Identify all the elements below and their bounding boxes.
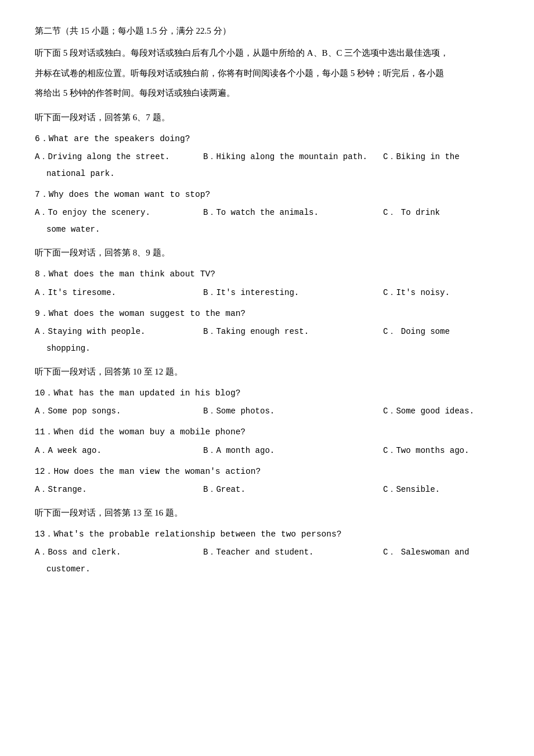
q13-option-c: C． Saleswoman and xyxy=(383,545,499,560)
q9-continuation: shopping. xyxy=(35,341,499,356)
subsection3: 听下面一段对话，回答第 10 至 12 题。 10．What has the m… xyxy=(35,364,499,497)
q13-option-b: B．Teacher and student. xyxy=(203,545,383,560)
question-9: 9．What does the woman suggest to the man… xyxy=(35,306,499,321)
q6-continuation: national park. xyxy=(35,167,499,181)
question-12: 12．How does the man view the woman's act… xyxy=(35,464,499,479)
question-6-options: A．Driving along the street. B．Hiking alo… xyxy=(35,150,499,164)
subsection3-header: 听下面一段对话，回答第 10 至 12 题。 xyxy=(35,364,499,380)
question-11-options: A．A week ago. B．A month ago. C．Two month… xyxy=(35,444,499,458)
q11-option-a: A．A week ago. xyxy=(35,444,203,458)
subsection4: 听下面一段对话，回答第 13 至 16 题。 13．What's the pro… xyxy=(35,505,499,577)
question-7: 7．Why does the woman want to stop? xyxy=(35,187,499,202)
question-8: 8．What does the man think about TV? xyxy=(35,267,499,282)
subsection2: 听下面一段对话，回答第 8、9 题。 8．What does the man t… xyxy=(35,245,499,356)
q7-option-b: B．To watch the animals. xyxy=(203,206,383,220)
q12-option-b: B．Great. xyxy=(203,483,383,497)
q11-option-c: C．Two months ago. xyxy=(383,444,499,458)
question-10: 10．What has the man updated in his blog? xyxy=(35,386,499,401)
q9-option-c: C． Doing some xyxy=(383,325,499,339)
q11-option-b: B．A month ago. xyxy=(203,444,383,458)
q12-option-c: C．Sensible. xyxy=(383,483,499,497)
section-header: 第二节（共 15 小题；每小题 1.5 分，满分 22.5 分） xyxy=(35,23,499,39)
q7-option-c: C． To drink xyxy=(383,206,499,220)
q8-option-c: C．It's noisy. xyxy=(383,286,499,300)
q6-option-a: A．Driving along the street. xyxy=(35,150,203,164)
q10-option-c: C．Some good ideas. xyxy=(383,404,499,419)
q10-option-b: B．Some photos. xyxy=(203,404,383,419)
instruction-line2: 并标在试卷的相应位置。听每段对话或独白前，你将有时间阅读各个小题，每小题 5 秒… xyxy=(35,65,499,82)
q13-option-a: A．Boss and clerk. xyxy=(35,545,203,560)
q6-option-b: B．Hiking along the mountain path. xyxy=(203,150,383,164)
question-11: 11．When did the woman buy a mobile phone… xyxy=(35,424,499,440)
section-title-block: 第二节（共 15 小题；每小题 1.5 分，满分 22.5 分） xyxy=(35,23,499,39)
question-13-options: A．Boss and clerk. B．Teacher and student.… xyxy=(35,545,499,560)
subsection1-header: 听下面一段对话，回答第 6、7 题。 xyxy=(35,110,499,125)
q8-option-a: A．It's tiresome. xyxy=(35,286,203,300)
instruction-line3: 将给出 5 秒钟的作答时间。每段对话或独白读两遍。 xyxy=(35,85,499,102)
subsection2-header: 听下面一段对话，回答第 8、9 题。 xyxy=(35,245,499,261)
question-6: 6．What are the speakers doing? xyxy=(35,131,499,146)
instruction-line1: 听下面 5 段对话或独白。每段对话或独白后有几个小题，从题中所给的 A、B、C … xyxy=(35,45,499,62)
question-8-options: A．It's tiresome. B．It's interesting. C．I… xyxy=(35,286,499,300)
question-13: 13．What's the probable relationship betw… xyxy=(35,527,499,542)
q10-option-a: A．Some pop songs. xyxy=(35,404,203,419)
q7-option-a: A．To enjoy the scenery. xyxy=(35,206,203,220)
instruction-block: 听下面 5 段对话或独白。每段对话或独白后有几个小题，从题中所给的 A、B、C … xyxy=(35,45,499,102)
question-9-options: A．Staying with people. B．Taking enough r… xyxy=(35,325,499,339)
q8-option-b: B．It's interesting. xyxy=(203,286,383,300)
subsection4-header: 听下面一段对话，回答第 13 至 16 题。 xyxy=(35,505,499,521)
q12-option-a: A．Strange. xyxy=(35,483,203,497)
question-12-options: A．Strange. B．Great. C．Sensible. xyxy=(35,483,499,497)
q6-option-c: C．Biking in the xyxy=(383,150,499,164)
q9-option-a: A．Staying with people. xyxy=(35,325,203,339)
page-content: 第二节（共 15 小题；每小题 1.5 分，满分 22.5 分） 听下面 5 段… xyxy=(35,23,499,577)
q13-continuation: customer. xyxy=(35,562,499,577)
question-10-options: A．Some pop songs. B．Some photos. C．Some … xyxy=(35,404,499,419)
question-7-options: A．To enjoy the scenery. B．To watch the a… xyxy=(35,206,499,220)
q7-continuation: some water. xyxy=(35,222,499,237)
subsection1: 听下面一段对话，回答第 6、7 题。 6．What are the speake… xyxy=(35,110,499,237)
q9-option-b: B．Taking enough rest. xyxy=(203,325,383,339)
